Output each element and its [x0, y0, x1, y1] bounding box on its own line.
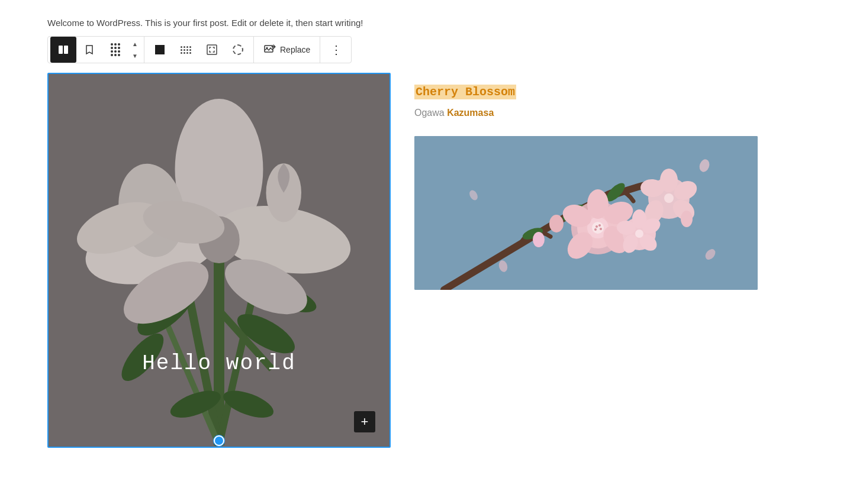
drag-handle-button[interactable] [102, 37, 128, 63]
author-name: Kazumasa [447, 108, 494, 118]
svg-point-60 [681, 211, 693, 227]
square-full-icon [155, 45, 165, 54]
svg-point-57 [635, 230, 643, 238]
cherry-blossom-illustration [414, 136, 758, 290]
bookmark-button[interactable] [76, 37, 102, 63]
svg-rect-1 [64, 46, 68, 54]
expand-icon [206, 44, 218, 56]
svg-point-59 [533, 232, 545, 247]
circle-dashed-button[interactable] [225, 37, 251, 63]
block-toolbar: ▲ ▼ [47, 36, 352, 63]
layout-columns-icon [57, 44, 69, 56]
svg-point-40 [595, 225, 598, 228]
toolbar-group-1: ▲ ▼ [48, 37, 144, 63]
bookmark-icon [83, 44, 95, 56]
right-column: Cherry Blossom Ogawa Kazumasa [414, 73, 819, 290]
toolbar-group-4: ⋮ [320, 37, 351, 63]
flower-illustration [49, 74, 389, 447]
dot-grid-button[interactable] [173, 37, 199, 63]
svg-point-43 [594, 228, 597, 231]
svg-point-58 [549, 215, 564, 232]
toolbar-group-2 [144, 37, 254, 63]
svg-rect-2 [207, 45, 217, 54]
svg-point-41 [598, 224, 601, 227]
move-down-button[interactable]: ▼ [128, 50, 141, 62]
cherry-blossom-image [414, 136, 758, 290]
cover-add-button[interactable]: + [354, 411, 375, 432]
circle-dashed-icon [233, 44, 243, 55]
toolbar-group-3: Replace [254, 37, 320, 63]
cover-progress-indicator [49, 435, 389, 447]
welcome-message: Welcome to WordPress. This is your first… [47, 18, 819, 28]
more-options-button[interactable]: ⋮ [323, 37, 349, 63]
drag-handle-icon [111, 43, 120, 56]
author-prefix: Ogawa [414, 108, 447, 118]
expand-button[interactable] [199, 37, 225, 63]
align-full-button[interactable] [147, 37, 173, 63]
move-up-button[interactable]: ▲ [128, 38, 141, 50]
svg-rect-0 [59, 46, 63, 54]
dot-grid-icon [181, 46, 191, 54]
cover-block[interactable]: Hello world + [49, 74, 389, 447]
layout-columns-button[interactable] [50, 37, 76, 63]
svg-point-4 [266, 47, 268, 49]
svg-point-42 [600, 228, 602, 230]
progress-dot [214, 435, 224, 446]
flower-background [49, 74, 389, 447]
move-arrows: ▲ ▼ [128, 38, 141, 62]
replace-label: Replace [280, 45, 310, 54]
cover-block-wrapper: Hello world + [47, 73, 391, 448]
cherry-blossom-title[interactable]: Cherry Blossom [414, 85, 516, 99]
cover-title[interactable]: Hello world [49, 351, 389, 376]
replace-button[interactable]: Replace [256, 37, 317, 63]
content-row: Hello world + Cherry Blossom Ogawa Kazum… [47, 73, 819, 448]
author-line: Ogawa Kazumasa [414, 108, 819, 118]
image-replace-icon [263, 43, 276, 56]
svg-point-39 [592, 222, 604, 234]
svg-point-50 [664, 193, 674, 203]
